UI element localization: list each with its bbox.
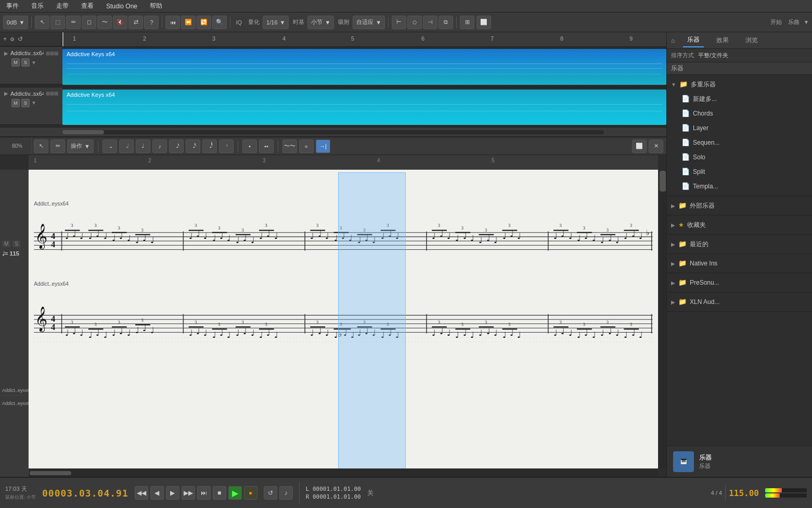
db-dropdown[interactable]: 0dB ▼ <box>3 16 28 29</box>
pr-vscrollbar-thumb[interactable] <box>660 171 666 192</box>
quantize-dropdown[interactable]: 1/16 ▼ <box>263 16 289 29</box>
pr-note-quarter[interactable]: ♩ <box>136 139 150 153</box>
rp-tab-effects[interactable]: 效果 <box>712 34 733 47</box>
zoom-btn[interactable]: 🔍 <box>212 16 227 29</box>
pr-next-btn[interactable]: →| <box>316 139 330 153</box>
select-tool-btn[interactable]: ↖ <box>35 16 49 29</box>
rp-recent-header[interactable]: ▶ 📁 最近的 <box>667 237 812 251</box>
mix-btn-2[interactable]: ◇ <box>407 16 422 29</box>
track-expand-2[interactable]: ▶ <box>4 91 8 96</box>
prev-btn[interactable]: ⏮ <box>165 16 180 29</box>
rp-mi-child-layer[interactable]: 📄 Layer <box>667 121 812 135</box>
loop-mode-btn[interactable]: ↺ <box>264 486 277 500</box>
svg-text:♩: ♩ <box>274 330 278 340</box>
transport-forward-btn[interactable]: ▶ <box>166 486 179 500</box>
pr-vscrollbar[interactable] <box>658 170 666 468</box>
menu-item-transport[interactable]: 走带 <box>54 1 71 11</box>
pr-m-btn[interactable]: M <box>2 240 10 247</box>
pr-maximize-btn[interactable]: ⬜ <box>632 139 647 153</box>
menu-item-events[interactable]: 事件 <box>4 1 21 11</box>
pr-note-32nd[interactable]: 𝅘𝅥𝅰 <box>186 139 200 153</box>
mix-btn-1[interactable]: ⊢ <box>392 16 406 29</box>
menu-item-view[interactable]: 查看 <box>79 1 96 11</box>
rp-mi-child-chords[interactable]: 📄 Chords <box>667 106 812 121</box>
track-chevron-1[interactable]: ▼ <box>31 60 36 66</box>
tracks-scrollbar[interactable] <box>0 127 666 136</box>
pr-prev-btn[interactable]: « <box>299 139 314 153</box>
rp-mi-child-new[interactable]: 📄 新建多... <box>667 92 812 106</box>
pr-curve-btn[interactable]: 〜〜 <box>282 139 297 153</box>
transport-back-btn[interactable]: ◀ <box>150 486 164 500</box>
rect-select-btn[interactable]: ⬚ <box>50 16 65 29</box>
pr-scrollbar-thumb[interactable] <box>30 471 71 475</box>
pr-select-btn[interactable]: ↖ <box>34 139 48 153</box>
rp-xln-header[interactable]: ▶ 📁 XLN Aud... <box>667 295 812 309</box>
transport-stop-btn[interactable]: ■ <box>213 486 226 500</box>
rp-native-header[interactable]: ▶ 📁 Native Ins <box>667 256 812 271</box>
loop-btn[interactable]: 🔁 <box>197 16 211 29</box>
pr-close-btn[interactable]: ✕ <box>649 139 663 153</box>
settings-icon[interactable]: ⚙ <box>10 36 15 42</box>
pr-s-btn[interactable]: S <box>12 240 20 247</box>
track-content-2[interactable]: Addictive Keys x64 <box>62 87 666 128</box>
menu-item-music[interactable]: 音乐 <box>29 1 46 11</box>
eraser-btn[interactable]: ◻ <box>82 16 96 29</box>
rp-external-header[interactable]: ▶ 📁 外部乐器 <box>667 198 812 213</box>
pr-scrollbar[interactable] <box>29 468 658 477</box>
track-expand-1[interactable]: ▶ <box>4 50 8 56</box>
mix-btn-3[interactable]: ⊣ <box>423 16 437 29</box>
rp-tab-browse[interactable]: 浏览 <box>741 34 762 47</box>
transport-forward2-btn[interactable]: ▶▶ <box>182 486 195 500</box>
rp-favorites-header[interactable]: ▶ ★ 收藏夹 <box>667 218 812 232</box>
pr-note-8th[interactable]: ♪ <box>152 139 167 153</box>
transport-record-btn[interactable]: ● <box>244 486 257 500</box>
track-solo-2[interactable]: S <box>21 99 30 107</box>
pr-note-triplet[interactable]: 𝅘𝅥𝅱 <box>202 139 217 153</box>
track-block-2[interactable]: Addictive Keys x64 <box>62 90 666 125</box>
track-mute-1[interactable]: M <box>11 58 20 67</box>
mute-btn[interactable]: 🔇 <box>113 16 127 29</box>
loop-icon[interactable]: ↺ <box>18 35 23 43</box>
tracks-scrollbar-thumb[interactable] <box>62 130 104 134</box>
timesig-dropdown[interactable]: 小节 ▼ <box>307 16 334 29</box>
transport-rewind-btn[interactable]: ◀◀ <box>135 486 148 500</box>
rp-home-icon[interactable]: ⌂ <box>671 37 675 44</box>
rp-mi-child-seq[interactable]: 📄 Sequen... <box>667 135 812 150</box>
pr-operation-btn[interactable]: 操作 ▼ <box>67 139 94 153</box>
rp-tab-instruments[interactable]: 乐器 <box>683 33 704 47</box>
status-div-2 <box>725 485 726 501</box>
pr-dot2-btn[interactable]: •• <box>259 139 274 153</box>
pr-pencil-btn[interactable]: ✏ <box>50 139 65 153</box>
rp-mi-child-split[interactable]: 📄 Split <box>667 164 812 179</box>
brush-btn[interactable]: 〜 <box>97 16 112 29</box>
rp-presonus-header[interactable]: ▶ 📁 PreSonu... <box>667 275 812 290</box>
pr-note-16th[interactable]: 𝅘𝅥𝅯 <box>169 139 184 153</box>
pr-note-dot[interactable]: 𝄾 <box>219 139 234 153</box>
mix-btn-4[interactable]: ⧉ <box>439 16 453 29</box>
snap-dropdown[interactable]: 自适应 ▼ <box>353 16 385 29</box>
split-btn[interactable]: ⬜ <box>476 16 491 29</box>
track-solo-1[interactable]: S <box>21 58 30 67</box>
pr-note-half[interactable]: 𝅗𝅥 <box>119 139 134 153</box>
pr-note-whole[interactable]: 𝅝 <box>102 139 117 153</box>
pencil-btn[interactable]: ✏ <box>66 16 81 29</box>
pr-dot-btn[interactable]: • <box>242 139 257 153</box>
menu-item-help[interactable]: 帮助 <box>148 1 164 11</box>
rp-multi-instrument-header[interactable]: ▼ 📁 多重乐器 <box>667 77 812 92</box>
svg-text:3: 3 <box>94 322 97 327</box>
transport-play-btn[interactable]: ▶ <box>228 486 242 500</box>
menu-item-studioone[interactable]: Studio One <box>104 2 139 11</box>
track-chevron-2[interactable]: ▼ <box>31 100 36 106</box>
rp-mi-child-solo[interactable]: 📄 Solo <box>667 150 812 164</box>
track-block-1[interactable]: Addictive Keys x64 <box>62 49 666 85</box>
grid-btn[interactable]: ⊞ <box>460 16 474 29</box>
add-track-icon[interactable]: + <box>3 35 7 43</box>
track-content-1[interactable]: Addictive Keys x64 <box>62 47 666 87</box>
track-mute-2[interactable]: M <box>11 99 20 107</box>
rp-mi-child-template[interactable]: 📄 Templa... <box>667 179 812 194</box>
click-btn[interactable]: ♪ <box>279 486 293 500</box>
rewind-btn[interactable]: ⏪ <box>181 16 196 29</box>
transport-end-btn[interactable]: ⏭ <box>197 486 211 500</box>
arrow-btn[interactable]: ⇄ <box>128 16 143 29</box>
question-btn[interactable]: ? <box>144 16 159 29</box>
